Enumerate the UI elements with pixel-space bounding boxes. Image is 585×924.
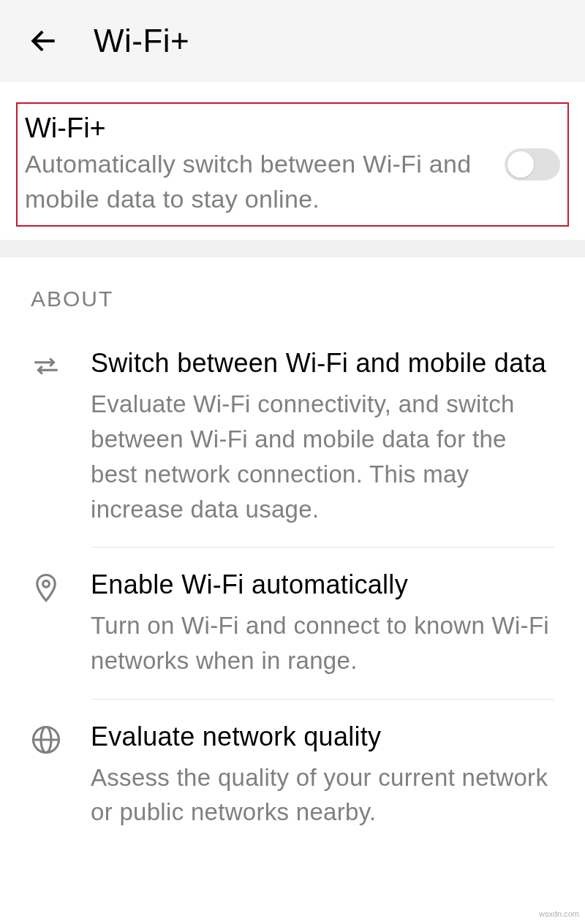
watermark: wsxdn.com [539, 909, 579, 918]
wifi-plus-description: Automatically switch between Wi-Fi and m… [25, 147, 490, 216]
about-item-text: Switch between Wi-Fi and mobile data Eva… [91, 346, 554, 526]
location-pin-icon [31, 572, 61, 603]
wifi-plus-text: Wi-Fi+ Automatically switch between Wi-F… [25, 113, 490, 216]
about-item-evaluate-quality: Evaluate network quality Assess the qual… [0, 700, 585, 850]
svg-point-3 [43, 581, 50, 588]
globe-icon [31, 724, 61, 755]
switch-arrows-icon [31, 351, 61, 382]
header-bar: Wi-Fi+ [0, 0, 585, 82]
about-item-title: Switch between Wi-Fi and mobile data [91, 346, 554, 381]
page-title: Wi-Fi+ [94, 23, 189, 59]
about-item-title: Enable Wi-Fi automatically [91, 568, 554, 602]
about-section-label: ABOUT [0, 257, 585, 326]
about-item-text: Evaluate network quality Assess the qual… [91, 720, 554, 830]
about-item-text: Enable Wi-Fi automatically Turn on Wi-Fi… [91, 568, 554, 678]
section-divider [0, 240, 585, 257]
about-item-switch: Switch between Wi-Fi and mobile data Eva… [0, 326, 585, 547]
toggle-knob [507, 151, 534, 178]
about-item-title: Evaluate network quality [91, 720, 554, 754]
back-icon[interactable] [26, 23, 61, 58]
about-item-description: Assess the quality of your current netwo… [91, 760, 554, 830]
wifi-plus-toggle[interactable] [505, 148, 560, 181]
wifi-plus-title: Wi-Fi+ [25, 113, 490, 144]
wifi-plus-toggle-row[interactable]: Wi-Fi+ Automatically switch between Wi-F… [16, 102, 569, 227]
about-item-description: Turn on Wi-Fi and connect to known Wi-Fi… [91, 608, 554, 678]
about-item-enable-auto: Enable Wi-Fi automatically Turn on Wi-Fi… [0, 548, 585, 698]
about-item-description: Evaluate Wi-Fi connectivity, and switch … [91, 387, 554, 526]
